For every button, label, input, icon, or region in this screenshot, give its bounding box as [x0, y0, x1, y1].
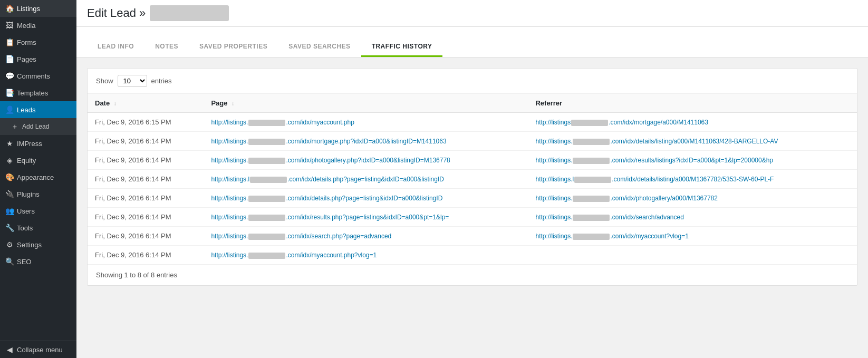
col-referrer: Referrer: [528, 94, 857, 113]
sidebar-item-leads[interactable]: 👤 Leads: [0, 101, 76, 118]
tab-traffic-history[interactable]: TRAFFIC HISTORY: [361, 37, 443, 57]
page-link[interactable]: http://listings..com/idx/myaccount.php?v…: [211, 251, 377, 259]
forms-icon: 📋: [5, 38, 14, 46]
sidebar-item-listings[interactable]: 🏠 Listings: [0, 0, 76, 17]
sidebar-item-label: Listings: [17, 5, 40, 13]
sort-icon-date[interactable]: ↕: [114, 101, 117, 107]
table-controls: Show 10 25 50 100 entries: [88, 69, 857, 94]
cell-date: Fri, Dec 9, 2016 6:14 PM: [88, 170, 204, 189]
sidebar-item-add-lead[interactable]: + Add Lead: [0, 118, 76, 135]
table-footer: Showing 1 to 8 of 8 entries: [88, 264, 857, 285]
sidebar-item-templates[interactable]: 📑 Templates: [0, 84, 76, 101]
page-link[interactable]: http://listings..com/idx/myaccount.php: [211, 119, 354, 126]
sidebar-item-users[interactable]: 👥 Users: [0, 202, 76, 219]
page-link[interactable]: http://listings..com/idx/details.php?pag…: [211, 195, 442, 202]
referrer-link[interactable]: http://listings..com/idx/results/listing…: [535, 157, 773, 164]
sidebar-item-label: Equity: [17, 157, 36, 165]
comments-icon: 💬: [5, 72, 14, 80]
sidebar-item-label: Forms: [17, 38, 36, 46]
sidebar-item-seo[interactable]: 🔍 SEO: [0, 253, 76, 270]
cell-referrer: http://listings..com/idx/photogallery/a0…: [528, 189, 857, 208]
tab-saved-properties[interactable]: SAVED PROPERTIES: [189, 37, 278, 57]
cell-page: http://listings..com/idx/details.php?pag…: [204, 189, 528, 208]
page-link[interactable]: http://listings.l.com/idx/details.php?pa…: [211, 176, 444, 183]
sidebar-item-plugins[interactable]: 🔌 Plugins: [0, 186, 76, 202]
cell-date: Fri, Dec 9, 2016 6:14 PM: [88, 208, 204, 227]
sidebar-item-equity[interactable]: ◈ Equity: [0, 152, 76, 169]
sidebar-item-label: Media: [17, 22, 35, 30]
cell-page: http://listings..com/idx/myaccount.php: [204, 113, 528, 132]
table-row: Fri, Dec 9, 2016 6:14 PMhttp://listings.…: [88, 170, 857, 189]
listings-icon: 🏠: [5, 4, 14, 13]
sidebar-item-label: Leads: [17, 106, 35, 114]
sidebar-item-tools[interactable]: 🔧 Tools: [0, 219, 76, 236]
tabs-bar: LEAD INFO NOTES SAVED PROPERTIES SAVED S…: [76, 27, 868, 57]
sidebar-item-collapse[interactable]: ◀ Collapse menu: [0, 341, 76, 358]
settings-icon: ⚙: [5, 240, 14, 249]
sidebar-item-label: Plugins: [17, 190, 40, 198]
table-row: Fri, Dec 9, 2016 6:14 PMhttp://listings.…: [88, 246, 857, 265]
cell-referrer: http://listings.com/idx/mortgage/a000/M1…: [528, 113, 857, 132]
page-header: Edit Lead »: [76, 0, 868, 27]
referrer-link[interactable]: http://listings..com/idx/search/advanced: [535, 214, 683, 221]
traffic-history-table-card: Show 10 25 50 100 entries Date ↕: [87, 68, 857, 286]
cell-page: http://listings..com/idx/search.php?page…: [204, 227, 528, 246]
seo-icon: 🔍: [5, 257, 14, 266]
add-lead-icon: +: [11, 122, 19, 131]
sidebar-item-impress[interactable]: ★ IMPress: [0, 135, 76, 152]
sidebar-item-label: Tools: [17, 224, 33, 232]
referrer-link[interactable]: http://listings..com/idx/myaccount?vlog=…: [535, 233, 688, 240]
entries-label: entries: [151, 77, 172, 85]
cell-date: Fri, Dec 9, 2016 6:14 PM: [88, 246, 204, 265]
lead-name: [150, 5, 229, 21]
referrer-link[interactable]: http://listings..com/idx/details/listing…: [535, 138, 778, 145]
page-link[interactable]: http://listings..com/idx/mortgage.php?id…: [211, 138, 446, 145]
main-content: Edit Lead » LEAD INFO NOTES SAVED PROPER…: [76, 0, 868, 358]
page-link[interactable]: http://listings..com/idx/results.php?pag…: [211, 214, 449, 221]
sidebar-item-label: Users: [17, 207, 35, 215]
show-entries-select[interactable]: 10 25 50 100: [118, 75, 147, 87]
table-row: Fri, Dec 9, 2016 6:14 PMhttp://listings.…: [88, 189, 857, 208]
sort-icon-page[interactable]: ↕: [232, 101, 234, 107]
sidebar-item-label: SEO: [17, 258, 31, 266]
cell-referrer: [528, 246, 857, 265]
referrer-link[interactable]: http://listings.l.com/idx/details/listin…: [535, 176, 774, 183]
showing-text: Showing 1 to 8 of 8 entries: [96, 271, 177, 279]
show-label: Show: [96, 77, 113, 85]
cell-referrer: http://listings..com/idx/myaccount?vlog=…: [528, 227, 857, 246]
sidebar-item-forms[interactable]: 📋 Forms: [0, 34, 76, 51]
media-icon: 🖼: [5, 21, 14, 30]
cell-date: Fri, Dec 9, 2016 6:14 PM: [88, 189, 204, 208]
plugins-icon: 🔌: [5, 190, 14, 198]
templates-icon: 📑: [5, 89, 14, 97]
sidebar-item-appearance[interactable]: 🎨 Appearance: [0, 169, 76, 186]
sidebar-item-settings[interactable]: ⚙ Settings: [0, 236, 76, 253]
table-header-row: Date ↕ Page ↕ Referrer: [88, 94, 857, 113]
equity-icon: ◈: [5, 156, 14, 165]
sidebar: 🏠 Listings 🖼 Media 📋 Forms 📄 Pages 💬 Com…: [0, 0, 76, 358]
cell-referrer: http://listings..com/idx/results/listing…: [528, 151, 857, 170]
table-row: Fri, Dec 9, 2016 6:14 PMhttp://listings.…: [88, 208, 857, 227]
sidebar-item-label: Pages: [17, 55, 36, 63]
sidebar-item-label: IMPress: [17, 140, 42, 148]
sidebar-item-media[interactable]: 🖼 Media: [0, 17, 76, 34]
table-row: Fri, Dec 9, 2016 6:14 PMhttp://listings.…: [88, 227, 857, 246]
sidebar-item-comments[interactable]: 💬 Comments: [0, 67, 76, 84]
tab-notes[interactable]: NOTES: [144, 37, 189, 57]
cell-date: Fri, Dec 9, 2016 6:15 PM: [88, 113, 204, 132]
sidebar-item-pages[interactable]: 📄 Pages: [0, 51, 76, 67]
users-icon: 👥: [5, 207, 14, 215]
cell-date: Fri, Dec 9, 2016 6:14 PM: [88, 151, 204, 170]
content-area: Show 10 25 50 100 entries Date ↕: [76, 57, 868, 358]
page-link[interactable]: http://listings..com/idx/photogallery.ph…: [211, 157, 450, 164]
tab-saved-searches[interactable]: SAVED SEARCHES: [278, 37, 361, 57]
cell-page: http://listings..com/idx/results.php?pag…: [204, 208, 528, 227]
sidebar-item-label: Templates: [17, 89, 48, 97]
col-page: Page ↕: [204, 94, 528, 113]
tab-lead-info[interactable]: LEAD INFO: [87, 37, 144, 57]
impress-icon: ★: [5, 139, 14, 148]
cell-referrer: http://listings..com/idx/details/listing…: [528, 132, 857, 151]
referrer-link[interactable]: http://listings.com/idx/mortgage/a000/M1…: [535, 119, 708, 126]
referrer-link[interactable]: http://listings..com/idx/photogallery/a0…: [535, 195, 718, 202]
page-link[interactable]: http://listings..com/idx/search.php?page…: [211, 233, 391, 240]
